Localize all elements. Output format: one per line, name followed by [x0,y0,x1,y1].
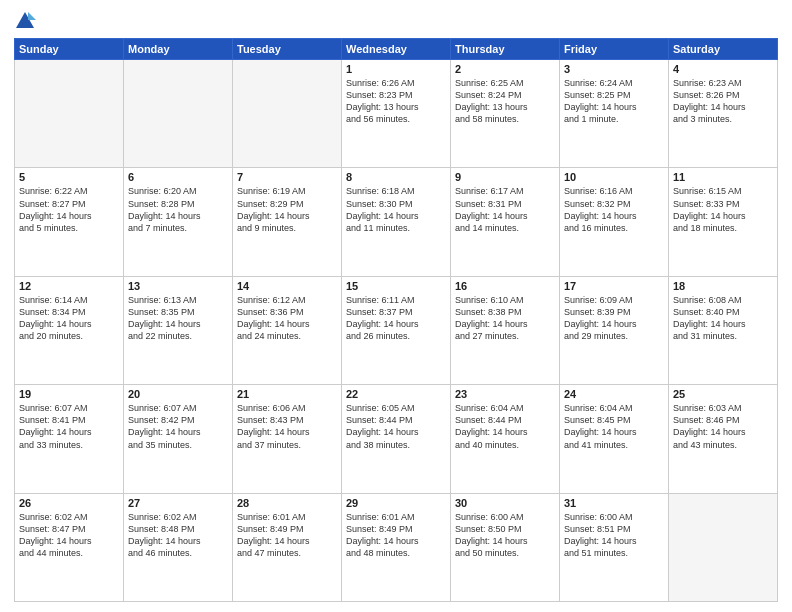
table-row: 28Sunrise: 6:01 AM Sunset: 8:49 PM Dayli… [233,493,342,601]
header-sunday: Sunday [15,39,124,60]
day-info: Sunrise: 6:17 AM Sunset: 8:31 PM Dayligh… [455,185,555,234]
day-info: Sunrise: 6:14 AM Sunset: 8:34 PM Dayligh… [19,294,119,343]
table-row: 4Sunrise: 6:23 AM Sunset: 8:26 PM Daylig… [669,60,778,168]
day-number: 14 [237,280,337,292]
table-row: 2Sunrise: 6:25 AM Sunset: 8:24 PM Daylig… [451,60,560,168]
day-info: Sunrise: 6:22 AM Sunset: 8:27 PM Dayligh… [19,185,119,234]
day-number: 27 [128,497,228,509]
table-row: 27Sunrise: 6:02 AM Sunset: 8:48 PM Dayli… [124,493,233,601]
week-row: 19Sunrise: 6:07 AM Sunset: 8:41 PM Dayli… [15,385,778,493]
table-row: 20Sunrise: 6:07 AM Sunset: 8:42 PM Dayli… [124,385,233,493]
day-info: Sunrise: 6:02 AM Sunset: 8:48 PM Dayligh… [128,511,228,560]
svg-marker-1 [28,12,36,20]
day-info: Sunrise: 6:24 AM Sunset: 8:25 PM Dayligh… [564,77,664,126]
day-number: 16 [455,280,555,292]
day-number: 10 [564,171,664,183]
table-row: 17Sunrise: 6:09 AM Sunset: 8:39 PM Dayli… [560,276,669,384]
day-number: 30 [455,497,555,509]
table-row: 12Sunrise: 6:14 AM Sunset: 8:34 PM Dayli… [15,276,124,384]
table-row: 3Sunrise: 6:24 AM Sunset: 8:25 PM Daylig… [560,60,669,168]
table-row: 16Sunrise: 6:10 AM Sunset: 8:38 PM Dayli… [451,276,560,384]
table-row: 30Sunrise: 6:00 AM Sunset: 8:50 PM Dayli… [451,493,560,601]
table-row: 13Sunrise: 6:13 AM Sunset: 8:35 PM Dayli… [124,276,233,384]
header-wednesday: Wednesday [342,39,451,60]
day-info: Sunrise: 6:20 AM Sunset: 8:28 PM Dayligh… [128,185,228,234]
table-row [124,60,233,168]
day-info: Sunrise: 6:00 AM Sunset: 8:51 PM Dayligh… [564,511,664,560]
table-row: 29Sunrise: 6:01 AM Sunset: 8:49 PM Dayli… [342,493,451,601]
day-number: 21 [237,388,337,400]
day-info: Sunrise: 6:01 AM Sunset: 8:49 PM Dayligh… [237,511,337,560]
day-info: Sunrise: 6:04 AM Sunset: 8:44 PM Dayligh… [455,402,555,451]
page-header [14,10,778,32]
week-row: 12Sunrise: 6:14 AM Sunset: 8:34 PM Dayli… [15,276,778,384]
day-number: 25 [673,388,773,400]
day-number: 20 [128,388,228,400]
day-number: 2 [455,63,555,75]
day-info: Sunrise: 6:16 AM Sunset: 8:32 PM Dayligh… [564,185,664,234]
calendar-header-row: Sunday Monday Tuesday Wednesday Thursday… [15,39,778,60]
table-row: 9Sunrise: 6:17 AM Sunset: 8:31 PM Daylig… [451,168,560,276]
day-info: Sunrise: 6:03 AM Sunset: 8:46 PM Dayligh… [673,402,773,451]
day-number: 1 [346,63,446,75]
day-info: Sunrise: 6:09 AM Sunset: 8:39 PM Dayligh… [564,294,664,343]
day-number: 18 [673,280,773,292]
table-row: 14Sunrise: 6:12 AM Sunset: 8:36 PM Dayli… [233,276,342,384]
header-tuesday: Tuesday [233,39,342,60]
day-number: 22 [346,388,446,400]
day-number: 3 [564,63,664,75]
day-info: Sunrise: 6:07 AM Sunset: 8:42 PM Dayligh… [128,402,228,451]
header-saturday: Saturday [669,39,778,60]
day-info: Sunrise: 6:04 AM Sunset: 8:45 PM Dayligh… [564,402,664,451]
day-info: Sunrise: 6:06 AM Sunset: 8:43 PM Dayligh… [237,402,337,451]
day-number: 12 [19,280,119,292]
day-number: 9 [455,171,555,183]
day-info: Sunrise: 6:12 AM Sunset: 8:36 PM Dayligh… [237,294,337,343]
table-row: 8Sunrise: 6:18 AM Sunset: 8:30 PM Daylig… [342,168,451,276]
day-number: 5 [19,171,119,183]
day-info: Sunrise: 6:11 AM Sunset: 8:37 PM Dayligh… [346,294,446,343]
day-number: 31 [564,497,664,509]
table-row: 11Sunrise: 6:15 AM Sunset: 8:33 PM Dayli… [669,168,778,276]
table-row: 7Sunrise: 6:19 AM Sunset: 8:29 PM Daylig… [233,168,342,276]
day-info: Sunrise: 6:07 AM Sunset: 8:41 PM Dayligh… [19,402,119,451]
day-number: 13 [128,280,228,292]
table-row: 24Sunrise: 6:04 AM Sunset: 8:45 PM Dayli… [560,385,669,493]
day-info: Sunrise: 6:19 AM Sunset: 8:29 PM Dayligh… [237,185,337,234]
day-info: Sunrise: 6:05 AM Sunset: 8:44 PM Dayligh… [346,402,446,451]
table-row: 5Sunrise: 6:22 AM Sunset: 8:27 PM Daylig… [15,168,124,276]
day-number: 23 [455,388,555,400]
day-info: Sunrise: 6:10 AM Sunset: 8:38 PM Dayligh… [455,294,555,343]
day-number: 24 [564,388,664,400]
header-thursday: Thursday [451,39,560,60]
logo [14,10,40,32]
week-row: 26Sunrise: 6:02 AM Sunset: 8:47 PM Dayli… [15,493,778,601]
day-info: Sunrise: 6:15 AM Sunset: 8:33 PM Dayligh… [673,185,773,234]
day-number: 4 [673,63,773,75]
day-number: 28 [237,497,337,509]
day-number: 6 [128,171,228,183]
day-info: Sunrise: 6:02 AM Sunset: 8:47 PM Dayligh… [19,511,119,560]
table-row [15,60,124,168]
day-info: Sunrise: 6:08 AM Sunset: 8:40 PM Dayligh… [673,294,773,343]
table-row: 10Sunrise: 6:16 AM Sunset: 8:32 PM Dayli… [560,168,669,276]
table-row: 18Sunrise: 6:08 AM Sunset: 8:40 PM Dayli… [669,276,778,384]
table-row: 23Sunrise: 6:04 AM Sunset: 8:44 PM Dayli… [451,385,560,493]
day-number: 15 [346,280,446,292]
day-info: Sunrise: 6:00 AM Sunset: 8:50 PM Dayligh… [455,511,555,560]
table-row: 26Sunrise: 6:02 AM Sunset: 8:47 PM Dayli… [15,493,124,601]
table-row: 21Sunrise: 6:06 AM Sunset: 8:43 PM Dayli… [233,385,342,493]
table-row: 25Sunrise: 6:03 AM Sunset: 8:46 PM Dayli… [669,385,778,493]
table-row: 22Sunrise: 6:05 AM Sunset: 8:44 PM Dayli… [342,385,451,493]
day-info: Sunrise: 6:23 AM Sunset: 8:26 PM Dayligh… [673,77,773,126]
header-monday: Monday [124,39,233,60]
table-row: 1Sunrise: 6:26 AM Sunset: 8:23 PM Daylig… [342,60,451,168]
table-row: 15Sunrise: 6:11 AM Sunset: 8:37 PM Dayli… [342,276,451,384]
table-row: 19Sunrise: 6:07 AM Sunset: 8:41 PM Dayli… [15,385,124,493]
day-number: 19 [19,388,119,400]
table-row [233,60,342,168]
day-info: Sunrise: 6:01 AM Sunset: 8:49 PM Dayligh… [346,511,446,560]
table-row: 6Sunrise: 6:20 AM Sunset: 8:28 PM Daylig… [124,168,233,276]
week-row: 1Sunrise: 6:26 AM Sunset: 8:23 PM Daylig… [15,60,778,168]
day-number: 7 [237,171,337,183]
